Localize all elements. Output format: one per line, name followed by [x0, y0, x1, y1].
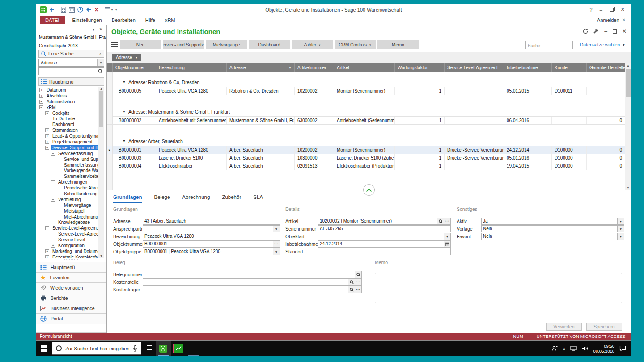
nav-berichte[interactable]: Berichte: [36, 293, 106, 303]
tree-item[interactable]: +Administration: [38, 99, 98, 105]
taskbar-app-sage[interactable]: [156, 341, 171, 356]
collapse-icon[interactable]: −: [39, 105, 43, 109]
sidebar-close-icon[interactable]: ✕: [99, 27, 103, 32]
group-header[interactable]: ▼Adresse: Mustermann & Söhne GmbH, Frank…: [113, 107, 625, 117]
column-header[interactable]: Inbetriebnahme: [504, 63, 552, 72]
collapse-chevron-icon[interactable]: ∧: [99, 52, 102, 56]
ellipsis-button[interactable]: ···: [355, 279, 361, 285]
restore-icon[interactable]: [610, 8, 614, 12]
nav-wiedervorlagen[interactable]: Wiedervorlagen: [36, 283, 106, 293]
collapse-icon[interactable]: −: [45, 146, 49, 150]
tree-item[interactable]: Periodische Abrechnung: [38, 185, 98, 191]
search-icon[interactable]: [437, 218, 444, 224]
chevron-down-icon[interactable]: ▼: [617, 233, 624, 240]
taskbar-search-input[interactable]: [65, 346, 129, 351]
tree-item[interactable]: −Abrechnungen: [38, 179, 98, 185]
chevron-down-icon[interactable]: ▼: [617, 218, 624, 224]
tree-item[interactable]: Sammelerfassung Servicevorgänge: [38, 162, 98, 168]
ansprechpartner-input[interactable]: [143, 226, 273, 232]
wrench-icon[interactable]: [593, 29, 599, 34]
tree-item[interactable]: Service- und Supportvorgänge: [38, 156, 98, 162]
tree-item[interactable]: +Lead- & Opportunitymanagement: [38, 133, 98, 139]
toolbar-button[interactable]: CRM Controls∨: [335, 40, 376, 49]
menu-hilfe[interactable]: Hilfe: [140, 16, 160, 24]
start-button[interactable]: [36, 341, 52, 356]
taskbar-clock[interactable]: 09:50 08.05.2018: [593, 344, 614, 354]
tree-item[interactable]: Mietvorgänge: [38, 202, 98, 208]
ellipsis-button[interactable]: ···: [355, 286, 361, 293]
tab-grundlagen[interactable]: Grundlagen: [113, 194, 142, 203]
expand-icon[interactable]: +: [45, 111, 49, 115]
collapse-triangle-icon[interactable]: ▼: [123, 110, 126, 113]
column-header[interactable]: Adresse▼: [227, 63, 295, 72]
tab-zubehoer[interactable]: Zubehör: [222, 194, 241, 203]
vorlage-select[interactable]: Nein: [482, 226, 617, 232]
group-header[interactable]: ▼Adresse: Arber, Sauerlach: [113, 136, 625, 146]
network-icon[interactable]: [570, 346, 577, 351]
scroll-down-icon[interactable]: ▼: [625, 186, 631, 189]
tree-item[interactable]: +Datanorm: [38, 87, 98, 93]
adresse-input[interactable]: 43 | Arber, Sauerlach: [143, 218, 280, 224]
scroll-thumb[interactable]: [99, 91, 103, 127]
chevron-down-icon[interactable]: ▼: [273, 226, 280, 232]
expand-icon[interactable]: +: [45, 255, 49, 258]
chevron-down-icon[interactable]: ▼: [97, 59, 104, 66]
tree-item[interactable]: −Vermietung: [38, 197, 98, 202]
column-header[interactable]: Artikel: [334, 63, 395, 72]
tree-item[interactable]: Service-Level-Agreements: [38, 231, 98, 237]
tab-belege[interactable]: Belege: [154, 194, 170, 203]
table-scrollbar[interactable]: ▲ ▼: [625, 63, 631, 190]
calendar-icon[interactable]: [69, 7, 75, 13]
scroll-up-icon[interactable]: ▲: [98, 87, 104, 90]
search-icon[interactable]: [348, 279, 355, 285]
signin-close-icon[interactable]: ✕: [622, 17, 626, 22]
tree-scrollbar[interactable]: ▲ ▼: [98, 87, 104, 258]
expand-icon[interactable]: +: [39, 100, 43, 104]
scroll-thumb[interactable]: [626, 69, 631, 97]
action-center-icon[interactable]: [619, 345, 626, 351]
column-header[interactable]: Objektnummer: [113, 63, 156, 72]
menu-einstellungen[interactable]: Einstellungen: [68, 16, 107, 24]
discard-button[interactable]: Verwerfen: [546, 323, 582, 331]
tab-sla[interactable]: SLA: [253, 194, 263, 203]
column-header[interactable]: Kunde: [552, 63, 587, 72]
close-icon[interactable]: ✕: [622, 28, 627, 34]
expand-icon[interactable]: +: [39, 94, 43, 98]
task-view-button[interactable]: [141, 341, 156, 356]
toolbar-button[interactable]: Mietvorgänge: [206, 40, 247, 49]
nav-hauptmenu[interactable]: Hauptmenü: [36, 262, 106, 273]
signin-link[interactable]: Anmelden: [597, 17, 619, 23]
aktiv-select[interactable]: Ja: [482, 218, 617, 224]
bezeichnung-input[interactable]: Peacock Ultra VGA 1280: [143, 233, 280, 240]
memo-textarea[interactable]: [375, 273, 622, 303]
qat-overflow-icon[interactable]: ▾: [115, 8, 117, 12]
expand-icon[interactable]: +: [39, 88, 43, 92]
tree-item[interactable]: −Serviceerfassung: [38, 151, 98, 156]
column-header[interactable]: Artikelnummer: [295, 63, 334, 72]
tree-item[interactable]: −Service-Level-Agreements & Zuschläge: [38, 225, 98, 231]
people-icon[interactable]: [551, 346, 558, 351]
group-by-chip[interactable]: Adresse ▼: [112, 54, 141, 61]
collapse-icon[interactable]: −: [51, 180, 55, 184]
column-header[interactable]: Wartungsfaktor: [395, 63, 445, 72]
calculator-icon[interactable]: [61, 7, 66, 13]
table-row[interactable]: B00000003Laserjet Drucker 5100Arber, Sau…: [107, 154, 625, 162]
table-search-input[interactable]: [526, 42, 572, 50]
tree-item[interactable]: −xRM: [38, 105, 98, 110]
collapse-icon[interactable]: −: [51, 152, 55, 156]
toolbar-button[interactable]: Service- und Supportv...: [163, 40, 204, 49]
tree-item[interactable]: +Stammdaten: [38, 127, 98, 133]
filter-dropdown-icon[interactable]: ▼: [287, 66, 292, 69]
back-icon[interactable]: [49, 7, 55, 13]
search-icon[interactable]: [348, 286, 355, 293]
expand-icon[interactable]: +: [45, 128, 49, 132]
tree-item[interactable]: +Cockpits: [38, 110, 98, 116]
expand-icon[interactable]: +: [45, 140, 49, 144]
menu-bearbeiten[interactable]: Bearbeiten: [107, 16, 140, 24]
favorit-select[interactable]: Nein: [482, 233, 617, 240]
tree-item[interactable]: +Dezentrale Kontakterfassung: [38, 254, 98, 258]
tree-item[interactable]: Schnelländerung Vertragspreise: [38, 191, 98, 197]
chevron-down-icon[interactable]: ▼: [273, 248, 280, 255]
collapse-panel-button[interactable]: [363, 184, 375, 196]
tree-item[interactable]: Service Level: [38, 237, 98, 243]
